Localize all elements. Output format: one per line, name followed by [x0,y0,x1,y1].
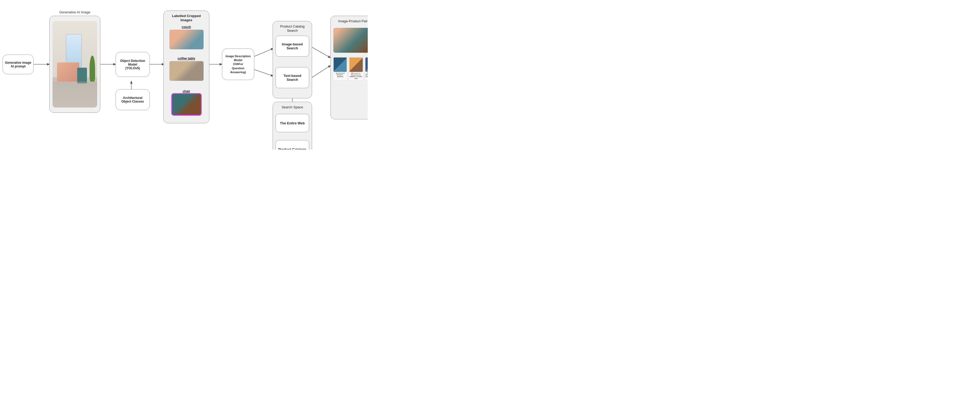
pipeline-diagram: Generative image AI prompt Generative AI… [0,0,368,149]
gen-ai-image-box: Generative AI Image [49,16,100,113]
gen-ai-image-header: Generative AI Image [59,10,91,14]
svg-line-6 [254,70,273,76]
product-card-1-image [334,57,347,72]
coffee-table-label: coffee table [166,57,207,60]
search-space-box: Search Space The Entire Web Product Cata… [273,102,312,149]
image-based-search-label: Image-based Search [282,42,302,50]
product-card-2-name: SWING | 3 seater sofa [349,76,363,79]
couch-label: couch [166,25,207,29]
product-catalogs-label: Product Catalogs [278,147,307,150]
pcs-header2: Search [287,28,298,33]
text-based-search-box: Text-based Search [275,67,309,88]
product-card-2-price: ⭕ $3889.29* [349,73,363,74]
image-based-search-box: Image-based Search [275,36,309,57]
ipp-header: Image-Product Pairings [338,19,368,23]
image-product-pairings-box: Image-Product Pairings Mo Mobbolì Mommo … [331,16,368,119]
svg-line-5 [254,49,273,56]
product-catalog-search-box: Product Catalog Search Image-based Searc… [273,21,312,98]
labelled-images-box: Labelled Cropped Images couch coffee tab… [163,11,209,123]
entire-web-box: The Entire Web [275,114,309,132]
prompt-box: Generative image AI prompt [3,55,33,74]
object-detection-label: Object Detection Model (YOLOv5) [120,59,145,70]
chair-label: chair [166,89,207,93]
product-cards-row: Mo Mobbolì Mommo - Mobbolì ⭕ $3889.29* A… [333,57,368,81]
product-card-2: ⭕ $3889.29* Archproducts SWING | 3 seate… [348,57,363,81]
object-detection-box: Object Detection Model (YOLOv5) [116,52,150,77]
entire-web-label: The Entire Web [280,121,305,125]
image-description-box: Image Description Model (ViltFor Questio… [222,49,254,80]
svg-line-8 [312,66,331,78]
search-space-header: Search Space [282,105,303,109]
product-card-3-image [365,57,368,72]
product-card-1-name: Mommo - Mobbolì [334,74,347,78]
product-card-3: Archproducts MOMMO M02P8 | Fabric small … [364,57,368,81]
arch-classes-label: Architectural Object Classes [121,96,144,103]
prompt-label: Generative image AI prompt [5,61,31,68]
product-card-2-image [349,57,363,72]
main-product-image [333,28,368,53]
couch-item: couch [166,25,207,49]
svg-line-7 [312,47,331,58]
coffee-table-item: coffee table [166,57,207,81]
pcs-header1: Product Catalog [280,24,304,28]
product-catalogs-box: Product Catalogs [275,140,309,149]
product-card-3-name: MOMMO M02P8 | Fabric small sofa Fabri... [365,74,368,80]
chair-item: chair [166,89,207,115]
text-based-search-label: Text-based Search [283,74,301,82]
labelled-images-header: Labelled Cropped [172,14,201,18]
labelled-images-header2: Images [180,18,192,22]
product-card-1: Mo Mobbolì Mommo - Mobbolì [333,57,347,81]
image-description-label: Image Description Model (ViltFor Questio… [226,54,251,74]
arch-classes-box: Architectural Object Classes [116,89,150,110]
